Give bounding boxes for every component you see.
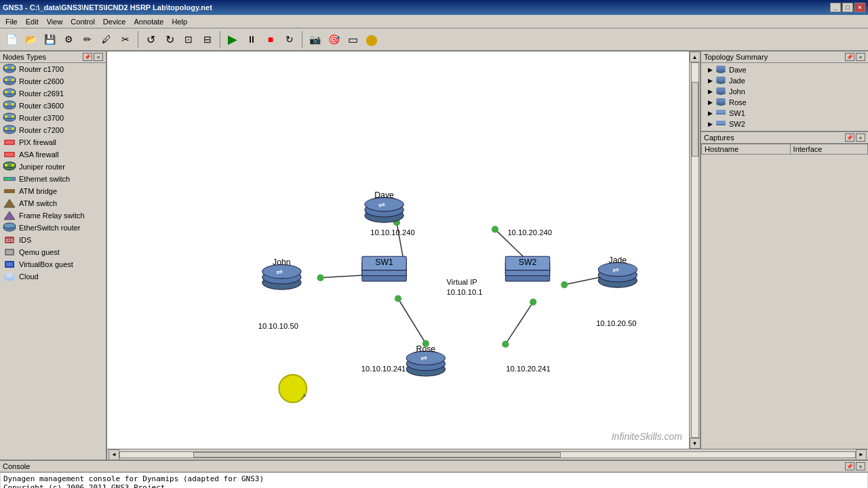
scroll-h-thumb[interactable] (193, 452, 561, 458)
topology-pin[interactable]: 📌 (845, 53, 854, 61)
topology-jade-label: Jade (729, 77, 745, 85)
minimize-btn[interactable]: _ (830, 3, 841, 12)
maximize-btn[interactable]: □ (842, 3, 853, 12)
john-node[interactable]: ⇌ (262, 264, 301, 289)
node-pix-firewall[interactable]: PIX firewall (0, 136, 106, 148)
svg-text:10.10.10.50: 10.10.10.50 (258, 322, 298, 330)
scroll-down-arrow[interactable]: ▼ (690, 438, 701, 449)
node-juniper-router[interactable]: Juniper router (0, 161, 106, 173)
tb-cap-btn[interactable]: 🎯 (325, 30, 342, 48)
menu-help[interactable]: Help (168, 16, 192, 27)
node-router-c3600[interactable]: Router c3600 (0, 100, 106, 112)
topology-john-expand[interactable]: ▶ (708, 88, 713, 95)
menu-edit[interactable]: Edit (22, 16, 43, 27)
tb-btn9[interactable]: ↻ (161, 30, 178, 48)
topology-jade[interactable]: ▶ Jade (703, 75, 867, 86)
console-content[interactable]: Dynagen management console for Dynamips … (1, 473, 867, 488)
topology-sw2[interactable]: ▶ SW2 (703, 119, 867, 129)
menu-annotate[interactable]: Annotate (130, 16, 167, 27)
horizontal-scrollbar[interactable]: ◄ ► (107, 449, 868, 460)
topology-close[interactable]: × (856, 53, 865, 61)
node-router-c1700[interactable]: Router c1700 (0, 63, 106, 75)
svg-point-30 (5, 164, 7, 167)
node-router-c3700[interactable]: Router c3700 (0, 112, 106, 124)
node-router-c2691[interactable]: Router c2691 (0, 87, 106, 100)
nodes-panel-pin[interactable]: 📌 (83, 53, 92, 61)
node-asa-firewall[interactable]: ASA firewall (0, 148, 106, 161)
menu-device[interactable]: Device (99, 16, 130, 27)
tb-btn7[interactable]: ✂ (117, 30, 134, 48)
canvas-area[interactable]: 10.10.10.240 10.10.20.240 10.10.10.50 10… (107, 52, 689, 449)
svg-point-15 (12, 103, 14, 106)
topology-sw1[interactable]: ▶ SW1 (703, 108, 867, 119)
captures-table: Hostname Interface (701, 144, 868, 155)
new-btn[interactable]: 📄 (3, 30, 20, 48)
tb-btn5[interactable]: ✏ (79, 30, 96, 48)
nodes-panel-close[interactable]: × (94, 53, 103, 61)
node-virtualbox-guest[interactable]: VirtualBox guest (0, 258, 106, 270)
pause-all-btn[interactable]: ⏸ (243, 30, 260, 48)
tb-btn4[interactable]: ⚙ (60, 30, 77, 48)
svg-marker-38 (4, 199, 15, 207)
console-section: Console 📌 × Dynagen management console f… (0, 460, 868, 488)
topology-dave[interactable]: ▶ Dave (703, 64, 867, 75)
scroll-h-track[interactable] (119, 451, 856, 458)
topology-john[interactable]: ▶ John (703, 86, 867, 97)
svg-text:10.10.10.1: 10.10.10.1 (447, 288, 483, 296)
topology-sw1-expand[interactable]: ▶ (708, 110, 713, 117)
tb-btn10[interactable]: ⊡ (180, 30, 197, 48)
svg-text:⇌: ⇌ (378, 200, 385, 209)
topology-dave-expand[interactable]: ▶ (708, 66, 713, 73)
node-atm-switch[interactable]: ATM switch (0, 197, 106, 209)
dave-node[interactable]: ⇌ (365, 197, 403, 222)
scroll-v-track[interactable] (691, 62, 699, 438)
node-cloud[interactable]: Cloud (0, 270, 106, 283)
stop-all-btn[interactable]: ■ (262, 30, 279, 48)
tb-snap-btn[interactable]: 📷 (306, 30, 323, 48)
node-ethernet-switch[interactable]: Ethernet switch (0, 173, 106, 185)
topology-sw2-expand[interactable]: ▶ (708, 121, 713, 127)
open-btn[interactable]: 📂 (22, 30, 39, 48)
captures-pin[interactable]: 📌 (845, 134, 854, 142)
close-btn[interactable]: × (854, 3, 865, 12)
console-pin[interactable]: 📌 (845, 462, 854, 470)
svg-point-14 (5, 103, 7, 106)
svg-point-22 (5, 127, 7, 130)
save-btn[interactable]: 💾 (41, 30, 58, 48)
toolbar-sep3 (302, 31, 302, 47)
topology-rose[interactable]: ▶ Rose (703, 97, 867, 108)
topology-rose-expand[interactable]: ▶ (708, 99, 713, 106)
jade-node[interactable]: ⇌ (598, 262, 637, 287)
rose-node[interactable]: ⇌ (406, 351, 445, 376)
captures-close[interactable]: × (856, 134, 865, 142)
tb-rect-btn[interactable]: ▭ (344, 30, 361, 48)
start-all-btn[interactable]: ▶ (224, 30, 241, 48)
node-frame-relay-switch[interactable]: Frame Relay switch (0, 209, 106, 222)
topology-jade-expand[interactable]: ▶ (708, 77, 713, 84)
reload-btn[interactable]: ↻ (281, 30, 298, 48)
menu-view[interactable]: View (43, 16, 67, 27)
svg-point-51 (6, 272, 13, 278)
node-qemu-guest[interactable]: Qemu guest (0, 246, 106, 258)
menu-file[interactable]: File (1, 16, 22, 27)
menu-control[interactable]: Control (66, 16, 98, 27)
topology-list: ▶ Dave ▶ Jade ▶ John ▶ (701, 63, 868, 131)
node-ids[interactable]: IDS IDS (0, 234, 106, 246)
node-etherswitch-router[interactable]: EtherSwitch router (0, 222, 106, 234)
node-router-c2600[interactable]: Router c2600 (0, 75, 106, 87)
node-router-c3600-label: Router c3600 (19, 102, 64, 110)
scroll-left-arrow[interactable]: ◄ (108, 449, 119, 460)
tb-btn11[interactable]: ⊟ (199, 30, 216, 48)
node-router-c7200[interactable]: Router c7200 (0, 124, 106, 136)
console-close[interactable]: × (856, 462, 865, 470)
svg-point-66 (530, 299, 536, 306)
scroll-up-arrow[interactable]: ▲ (690, 52, 701, 62)
tb-btn6[interactable]: 🖊 (98, 30, 115, 48)
tb-circle-btn[interactable]: ⬤ (363, 30, 380, 48)
tb-btn8[interactable]: ↺ (142, 30, 159, 48)
scroll-right-arrow[interactable]: ► (856, 449, 867, 460)
vertical-scrollbar[interactable]: ▲ ▼ (689, 52, 700, 449)
node-atm-bridge[interactable]: ATM bridge (0, 185, 106, 197)
router-c2691-icon (3, 88, 16, 99)
pix-firewall-icon (3, 137, 16, 148)
